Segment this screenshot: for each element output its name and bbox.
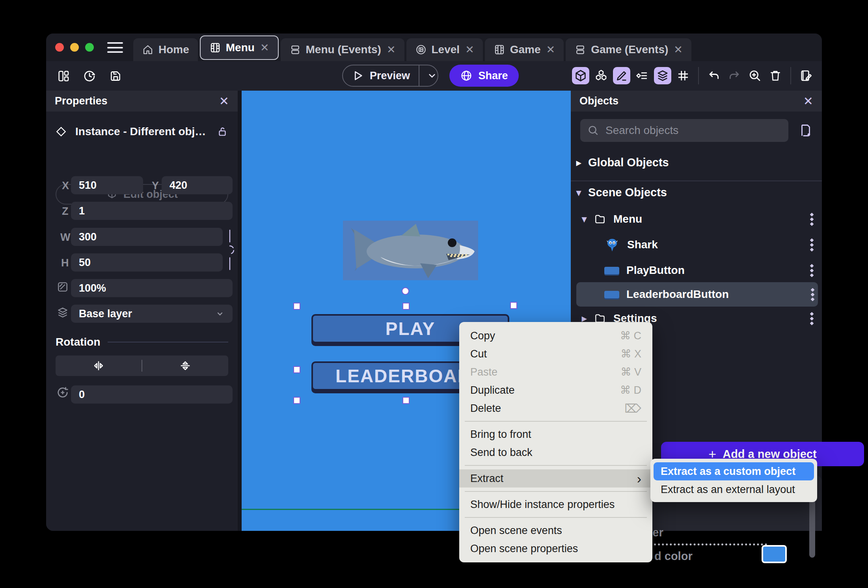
- properties-title: Properties: [55, 95, 108, 107]
- scene-objects-section[interactable]: ▾ Scene Objects: [576, 186, 667, 199]
- tab-home[interactable]: Home: [133, 38, 198, 61]
- opacity-field[interactable]: 100%: [71, 279, 233, 297]
- search-icon: [587, 125, 599, 136]
- flip-horizontal-button[interactable]: [56, 359, 142, 372]
- selection-handle-bottom-center[interactable]: [402, 397, 410, 404]
- row-menu-icon[interactable]: [810, 264, 813, 277]
- x-field[interactable]: 510: [71, 176, 143, 194]
- minimize-window-button[interactable]: [70, 43, 79, 52]
- tree-row-leaderboardbutton[interactable]: LeaderboardButton: [576, 282, 818, 307]
- y-label: Y: [152, 180, 159, 192]
- y-field[interactable]: 420: [162, 176, 233, 194]
- menu-item-send-to-back[interactable]: Send to back: [459, 443, 652, 461]
- context-menu: Copy⌘ C Cut⌘ X Paste⌘ V Duplicate⌘ D Del…: [459, 322, 652, 562]
- search-objects-input[interactable]: [605, 124, 781, 137]
- tree-row-menu-folder[interactable]: ▾ Menu: [582, 209, 817, 229]
- menu-item-duplicate[interactable]: Duplicate⌘ D: [459, 381, 652, 399]
- flip-vertical-button[interactable]: [142, 359, 228, 372]
- shark-thumbnail: [604, 237, 620, 252]
- object-mode-button[interactable]: [572, 67, 589, 84]
- menu-item-open-scene-properties[interactable]: Open scene properties: [459, 540, 652, 558]
- history-clock-icon: [82, 69, 97, 83]
- menu-item-open-scene-events[interactable]: Open scene events: [459, 521, 652, 540]
- x-label: X: [62, 180, 69, 192]
- tab-game-events[interactable]: Game (Events) ✕: [566, 38, 691, 61]
- menu-separator: [465, 517, 647, 518]
- close-tab-icon[interactable]: ✕: [387, 43, 396, 56]
- scene-icon: [209, 42, 221, 54]
- close-tab-icon[interactable]: ✕: [546, 43, 555, 56]
- version-history-button[interactable]: [81, 67, 98, 85]
- instances-list-button[interactable]: [633, 67, 651, 84]
- share-button[interactable]: Share: [449, 65, 519, 87]
- selection-handle-top-center[interactable]: [402, 303, 410, 310]
- close-icon[interactable]: ✕: [219, 94, 229, 108]
- menu-item-show-hide-instance-properties[interactable]: Show/Hide instance properties: [459, 495, 652, 514]
- events-icon: [289, 44, 301, 56]
- main-menu-icon[interactable]: [107, 42, 123, 53]
- selection-handle-bottom-left[interactable]: [293, 397, 300, 404]
- unlock-icon[interactable]: [216, 126, 228, 138]
- selection-handle-top-right[interactable]: [510, 302, 517, 309]
- menu-item-copy[interactable]: Copy⌘ C: [459, 327, 652, 345]
- link-dimensions-icon[interactable]: [225, 229, 234, 270]
- rotation-field[interactable]: 0: [71, 385, 233, 404]
- maximize-window-button[interactable]: [85, 43, 94, 52]
- scene-properties-button[interactable]: [797, 67, 815, 84]
- grid-button[interactable]: [674, 67, 692, 84]
- tab-label: Menu: [226, 41, 255, 54]
- tab-menu[interactable]: Menu ✕: [200, 35, 279, 60]
- layer-select[interactable]: Base layer: [71, 305, 233, 323]
- tab-label: Home: [158, 43, 189, 56]
- row-menu-icon[interactable]: [810, 313, 813, 325]
- row-menu-icon[interactable]: [810, 213, 813, 225]
- submenu-item-extract-custom-object[interactable]: Extract as a custom object: [654, 462, 814, 480]
- selection-handle-mid-left[interactable]: [293, 366, 300, 373]
- menu-item-cut[interactable]: Cut⌘ X: [459, 345, 652, 363]
- submenu-item-extract-external-layout[interactable]: Extract as an external layout: [654, 480, 814, 499]
- search-objects-box[interactable]: [580, 119, 788, 142]
- w-label: W: [60, 231, 70, 244]
- selection-handle-top-left[interactable]: [293, 303, 300, 310]
- save-button[interactable]: [107, 67, 124, 85]
- tree-row-playbutton[interactable]: PlayButton: [582, 259, 817, 281]
- background-color-swatch[interactable]: [762, 545, 787, 563]
- chevron-down-icon[interactable]: [427, 70, 438, 81]
- objects-groups-button[interactable]: [592, 67, 610, 84]
- tree-row-shark[interactable]: Shark: [582, 233, 817, 257]
- close-tab-icon[interactable]: ✕: [674, 43, 683, 56]
- edit-mode-button[interactable]: [613, 67, 630, 84]
- global-objects-section[interactable]: ▸ Global Objects: [576, 156, 669, 169]
- zoom-in-icon: [748, 69, 762, 82]
- tab-level[interactable]: Level ✕: [406, 38, 483, 61]
- properties-panel: Properties ✕ Instance - Different obj… E…: [46, 91, 238, 531]
- z-field[interactable]: 1: [71, 202, 233, 220]
- delete-button[interactable]: [767, 67, 784, 84]
- tab-menu-events[interactable]: Menu (Events) ✕: [281, 38, 404, 61]
- shark-instance[interactable]: [343, 221, 478, 280]
- tab-label: Menu (Events): [306, 43, 381, 56]
- scrollbar-thumb[interactable]: [809, 495, 815, 558]
- menu-item-delete[interactable]: Delete⌦: [459, 399, 652, 417]
- row-menu-icon[interactable]: [810, 239, 813, 251]
- rotation-section-header: Rotation: [56, 336, 228, 348]
- preview-split-button[interactable]: Preview: [342, 65, 438, 87]
- h-field[interactable]: 50: [71, 253, 223, 272]
- layers-panel-button[interactable]: [654, 67, 671, 84]
- undo-button[interactable]: [705, 67, 723, 84]
- add-folder-icon[interactable]: [798, 123, 813, 138]
- rotate-selection-handle[interactable]: [402, 287, 409, 295]
- close-tab-icon[interactable]: ✕: [465, 43, 474, 56]
- close-icon[interactable]: ✕: [803, 94, 813, 108]
- redo-button[interactable]: [726, 67, 743, 84]
- menu-item-bring-to-front[interactable]: Bring to front: [459, 425, 652, 443]
- tab-game[interactable]: Game ✕: [485, 38, 564, 61]
- w-field[interactable]: 300: [71, 228, 223, 246]
- close-window-button[interactable]: [55, 43, 64, 52]
- zoom-button[interactable]: [746, 67, 764, 84]
- row-menu-icon[interactable]: [811, 288, 814, 301]
- menu-item-extract[interactable]: Extract›: [459, 469, 652, 488]
- close-tab-icon[interactable]: ✕: [260, 41, 269, 54]
- instances-list-icon: [635, 69, 649, 82]
- panels-layout-button[interactable]: [55, 67, 72, 85]
